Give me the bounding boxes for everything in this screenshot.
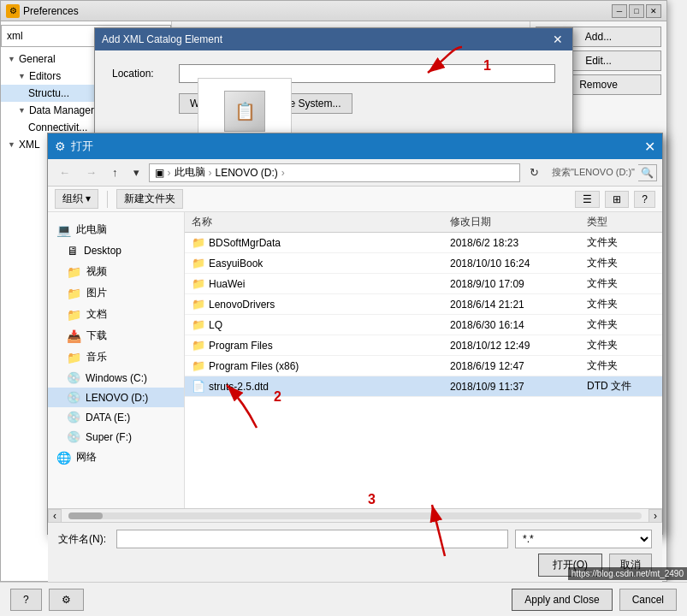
nav-refresh-btn[interactable]: ↻ xyxy=(524,163,545,181)
hscroll-thumb xyxy=(68,512,103,519)
sidebar-music[interactable]: 📁 音乐 xyxy=(48,346,184,368)
file-name: 📁HuaWei xyxy=(192,277,450,290)
file-nav-bar: ← → ↑ ▾ ▣ › 此电脑 › LENOVO (D:) › ↻ 搜索"LEN… xyxy=(48,159,662,187)
sidebar-label: Structu... xyxy=(28,87,69,99)
table-row[interactable]: 📁LenovoDrivers 2018/6/14 21:21 文件夹 xyxy=(185,294,662,315)
file-date: 2018/6/30 16:14 xyxy=(450,319,587,331)
picture-icon: 📁 xyxy=(67,287,81,300)
settings-btn[interactable]: ⚙ xyxy=(49,589,84,611)
file-dialog-title: 打开 xyxy=(71,139,639,154)
music-icon: 📁 xyxy=(67,351,81,364)
sidebar-label: General xyxy=(19,53,56,65)
expand-arrow: ▼ xyxy=(8,55,15,63)
search-btn[interactable]: 🔍 xyxy=(638,164,657,181)
file-date-dtd: 2018/10/9 11:37 xyxy=(450,381,587,393)
table-row[interactable]: 📁HuaWei 2018/9/10 17:09 文件夹 xyxy=(185,274,662,294)
sidebar-label: Data Manager xyxy=(29,104,94,116)
sidebar-c-drive[interactable]: 💿 Windows (C:) xyxy=(48,368,184,388)
sidebar-this-pc-label: 此电脑 xyxy=(76,222,107,237)
file-name-dtd: 📄struts-2.5.dtd xyxy=(192,380,450,393)
sidebar-e-label: DATA (E:) xyxy=(86,412,130,424)
table-row[interactable]: 📁BDSoftMgrData 2018/6/2 18:23 文件夹 xyxy=(185,233,662,253)
file-dialog: ⚙ 打开 ✕ ← → ↑ ▾ ▣ › 此电脑 › LENOVO (D:) › ↻… xyxy=(47,133,663,535)
xml-dialog-close[interactable]: ✕ xyxy=(550,33,566,46)
table-row[interactable]: 📁LQ 2018/6/30 16:14 文件夹 xyxy=(185,315,662,335)
sidebar-picture-label: 图片 xyxy=(86,286,107,300)
sidebar-f-drive[interactable]: 💿 Super (F:) xyxy=(48,427,184,447)
file-type: 文件夹 xyxy=(587,256,655,270)
location-label: Location: xyxy=(112,68,172,80)
e-drive-icon: 💿 xyxy=(67,411,80,424)
sidebar-this-pc[interactable]: 💻 此电脑 xyxy=(48,219,184,240)
download-icon: 📥 xyxy=(67,329,81,343)
apply-close-btn[interactable]: Apply and Close xyxy=(512,589,612,611)
table-row[interactable]: 📁EasyuiBook 2018/10/10 16:24 文件夹 xyxy=(185,253,662,274)
file-name: 📁Program Files xyxy=(192,339,450,352)
folder-icon: 📁 xyxy=(192,277,205,290)
hscroll-bar xyxy=(68,512,642,519)
file-name: 📁BDSoftMgrData xyxy=(192,236,450,249)
nav-up-btn[interactable]: ↑ xyxy=(106,163,124,181)
bottom-left: ? ⚙ xyxy=(10,589,84,611)
sidebar-d-label: LENOVO (D:) xyxy=(86,392,148,404)
d-drive-icon: 💿 xyxy=(67,391,80,404)
table-row[interactable]: 📁Program Files (x86) 2018/6/19 12:47 文件夹 xyxy=(185,356,662,376)
f-drive-icon: 💿 xyxy=(67,430,80,443)
breadcrumb-bar: ▣ › 此电脑 › LENOVO (D:) › xyxy=(149,163,520,182)
col-type: 类型 xyxy=(587,215,655,229)
folder-icon: 📁 xyxy=(192,318,205,331)
sidebar-download-label: 下载 xyxy=(86,329,107,343)
file-dialog-titlebar: ⚙ 打开 ✕ xyxy=(48,133,662,159)
sidebar-music-label: 音乐 xyxy=(86,350,107,364)
folder-icon: 📁 xyxy=(192,339,205,352)
file-dialog-close-btn[interactable]: ✕ xyxy=(644,139,655,155)
view-large-btn[interactable]: ⊞ xyxy=(605,191,629,208)
hscroll-left-btn[interactable]: ‹ xyxy=(48,509,62,523)
folder-icon: 📁 xyxy=(192,298,205,311)
cancel-btn[interactable]: Cancel xyxy=(619,589,677,611)
file-action-row: 打开(O) 取消 xyxy=(58,554,652,577)
sidebar-document[interactable]: 📁 文档 xyxy=(48,304,184,325)
file-name: 📁LenovoDrivers xyxy=(192,298,450,311)
nav-forward-btn[interactable]: → xyxy=(80,163,103,181)
c-drive-icon: 💿 xyxy=(67,371,80,384)
nav-back-btn[interactable]: ← xyxy=(53,163,76,181)
sidebar-network[interactable]: 🌐 网络 xyxy=(48,447,184,468)
sidebar-picture[interactable]: 📁 图片 xyxy=(48,282,184,304)
network-icon: 🌐 xyxy=(56,451,71,465)
sidebar-download[interactable]: 📥 下载 xyxy=(48,325,184,346)
computer-icon: 💻 xyxy=(56,223,71,237)
file-date: 2018/10/10 16:24 xyxy=(450,258,587,270)
organize-btn[interactable]: 组织 ▾ xyxy=(55,189,98,209)
video-icon: 📁 xyxy=(67,265,81,279)
help-btn[interactable]: ? xyxy=(10,589,42,611)
hscroll-right-btn[interactable]: › xyxy=(649,509,662,523)
file-type: 文件夹 xyxy=(587,235,655,250)
sidebar-desktop[interactable]: 🖥 Desktop xyxy=(48,240,184,261)
new-folder-btn[interactable]: 新建文件夹 xyxy=(116,189,183,209)
breadcrumb-computer: ▣ xyxy=(155,167,164,179)
file-date: 2018/9/10 17:09 xyxy=(450,278,587,290)
maximize-btn[interactable]: □ xyxy=(629,4,644,18)
table-row-dtd[interactable]: 📄struts-2.5.dtd 2018/10/9 11:37 DTD 文件 xyxy=(185,376,662,397)
filename-input[interactable] xyxy=(116,530,508,548)
sidebar-video[interactable]: 📁 视频 xyxy=(48,261,184,282)
col-name: 名称 xyxy=(192,215,450,229)
bottom-bar: ? ⚙ Apply and Close Cancel xyxy=(0,582,687,616)
sidebar-label: Editors xyxy=(29,70,61,82)
sidebar-video-label: 视频 xyxy=(86,264,107,279)
help-btn2[interactable]: ? xyxy=(634,191,655,208)
document-icon: 📁 xyxy=(67,308,81,322)
expand-arrow: ▼ xyxy=(18,72,26,80)
table-row[interactable]: 📁Program Files 2018/10/12 12:49 文件夹 xyxy=(185,335,662,356)
nav-recent-btn[interactable]: ▾ xyxy=(127,163,145,181)
sidebar-e-drive[interactable]: 💿 DATA (E:) xyxy=(48,407,184,427)
search-bar: 搜索"LENOVO (D:)" 🔍 xyxy=(548,163,657,182)
minimize-btn[interactable]: ─ xyxy=(612,4,627,18)
close-btn[interactable]: ✕ xyxy=(646,4,661,18)
file-hscroll[interactable]: ‹ › xyxy=(48,508,662,522)
filetype-select[interactable]: *.* xyxy=(515,530,652,548)
view-details-btn[interactable]: ☰ xyxy=(575,191,600,208)
xml-dialog-title: Add XML Catalog Element xyxy=(102,33,545,45)
sidebar-d-drive[interactable]: 💿 LENOVO (D:) xyxy=(48,388,184,407)
